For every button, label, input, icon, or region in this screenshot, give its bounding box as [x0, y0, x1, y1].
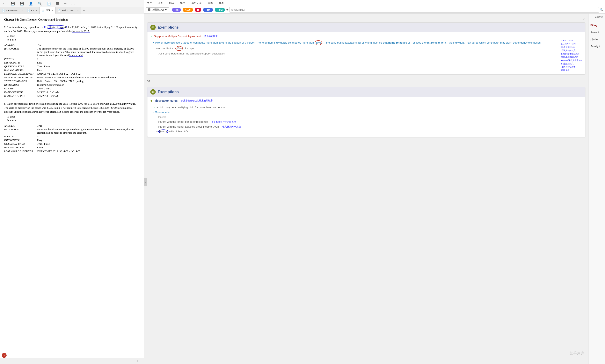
sidebar-items[interactable]: Items &	[590, 30, 603, 34]
menu-draw[interactable]: 绘图	[179, 1, 186, 5]
handwrite-residence: 孩子和并任住的时间长度	[211, 120, 236, 124]
menu-history[interactable]: 历史记录	[190, 1, 203, 5]
handwrite-annotation-1: 多人共同技术	[204, 35, 218, 38]
tab-c3[interactable]: 📄 C3 ✕	[25, 7, 40, 14]
card-badge-2: 03	[150, 89, 156, 94]
q7-diff-label: DIFFICULTY:	[4, 61, 37, 64]
q7-answer-row: ANSWER: True	[4, 43, 140, 47]
q7-kw-value: Bloom's: Comprehension	[37, 83, 64, 87]
q8-not: is not	[60, 106, 66, 109]
tab-close-2[interactable]: ✕	[36, 10, 38, 12]
file-icon[interactable]: 📄	[46, 1, 52, 6]
search-icon[interactable]: 🔍	[37, 1, 43, 6]
zoom-out-icon[interactable]: −	[140, 360, 142, 363]
menu-insert[interactable]: 插入	[168, 1, 175, 5]
user-icon[interactable]: 👤	[28, 1, 34, 6]
card1-main-content: • Two or more taxpayers together contrib…	[150, 39, 557, 72]
q8-series-ee: Series EE	[34, 102, 45, 105]
expand-icon[interactable]: ⤢	[583, 17, 585, 20]
tab-close-1[interactable]: ✕	[21, 10, 23, 12]
support-subtitle: – Multiple Support Agreement	[166, 35, 201, 38]
highlight-entire-year: entire year with	[426, 41, 446, 44]
menu-start[interactable]: 开始	[157, 1, 164, 5]
save-icon[interactable]: 💾	[10, 1, 16, 6]
search-icon-right[interactable]: 🔍	[600, 8, 603, 12]
tab-task4[interactable]: 📄 Task 4 Gros... ✕	[55, 7, 81, 14]
q8-diff-label: DIFFICULTY:	[4, 139, 37, 142]
more-icon[interactable]: …	[71, 1, 76, 6]
save2-icon[interactable]: 💾	[19, 1, 25, 6]
person-circle: Person	[158, 130, 168, 133]
qualifying-child-text: ✓ a child may be a qualifying child for …	[153, 106, 582, 109]
q8-points-row: POINTS: 1	[4, 135, 140, 138]
q7-option-a: a. True	[7, 34, 140, 38]
zoom-in-icon[interactable]: +	[137, 360, 138, 363]
q7-state-row: STATE STANDARDS: United States - AK - AI…	[4, 79, 140, 83]
question-8: 8. Ralph purchased his first Series EE b…	[4, 102, 140, 153]
tab-label-3: *C4	[46, 9, 50, 12]
q7-natl-label: NATIONAL STANDARDS:	[4, 76, 37, 79]
tag-add-button[interactable]: +	[226, 8, 228, 12]
q7-qtype-label: QUESTION TYPE:	[4, 65, 37, 68]
q8-lo-label: LEARNING OBJECTIVES:	[4, 150, 37, 153]
q8-answer-label: ANSWER:	[4, 124, 37, 128]
sidebar-family[interactable]: Family t	[590, 45, 603, 48]
handwrite-right-1: A.B.C→ch.ild. 0三人之合＞50% ◎多人达到10% ①三人签扶认义…	[561, 39, 582, 72]
tab-c4[interactable]: 📄 *C4 ✕	[40, 7, 55, 14]
support-label: Support	[154, 35, 164, 38]
tag-tax[interactable]: Tax	[172, 8, 181, 12]
notebook-dropdown-icon: ▼	[165, 8, 167, 11]
q7-points-row: POINTS: 1	[4, 57, 140, 61]
dash-list-1: – A contributor >10% of support – Joint …	[156, 46, 557, 56]
tag-r[interactable]: R	[195, 8, 201, 12]
q7-answer-value: True	[37, 43, 42, 47]
right-content-area: ⤢ 03 Exemptions ✓ Support – Multiple Sup…	[144, 13, 605, 364]
tab-label-4: Task 4 Gros...	[62, 9, 76, 12]
notebook-selector[interactable]: 📓 上课笔记2 ▼	[145, 7, 169, 12]
menu-file[interactable]: 文件	[146, 1, 153, 5]
tab-close-3[interactable]: ✕	[52, 9, 53, 12]
q7-other-value: Time: 2 min.	[37, 87, 51, 90]
sidebar-refund[interactable]: 州refun	[590, 38, 603, 41]
edit-icon[interactable]: ✏	[63, 1, 67, 6]
list-icon[interactable]: ☰	[55, 1, 60, 6]
q8-hasvar-label: HAS VARIABLES:	[4, 146, 37, 149]
tb-dash-longer: – Parent with the longer period of resid…	[156, 120, 582, 124]
add-page-button[interactable]: +	[595, 16, 597, 19]
tab-close-4[interactable]: ✕	[77, 10, 79, 12]
highlight-10pct: 10%	[175, 46, 183, 51]
q7-rat-ul2: ficate is held.	[69, 54, 83, 57]
q8-qtype-value: True / False	[37, 142, 50, 145]
menu-review[interactable]: 审阅	[207, 1, 214, 5]
right-menubar: 文件 开始 插入 绘图 历史记录 审阅 视图	[144, 0, 605, 6]
q8-points-label: POINTS:	[4, 135, 37, 138]
page-indicator: 5	[2, 353, 7, 358]
question-7-text: 7. A cash basis taxpayer purchased a cer…	[4, 25, 140, 33]
tabs-bar: 📄 South-West... ✕ 📄 C3 ✕ 📄 *C4 ✕ 📄 Task …	[0, 7, 144, 14]
tb-dash-higher-agi: – Parent with the higher adjusted gross …	[156, 125, 582, 129]
back-icon[interactable]: ←	[2, 1, 7, 6]
q7-rationale-value: The difference between the issue price o…	[37, 47, 136, 57]
q8-rat-row: RATIONALE: Series EE bonds are not subje…	[4, 128, 140, 134]
add-page-label[interactable]: 添加页	[597, 16, 603, 19]
menu-view[interactable]: 视图	[218, 1, 225, 5]
handwrite-agi: 收入更高的 一方上	[222, 125, 241, 129]
search-input[interactable]	[229, 7, 599, 13]
bullet-list-1: • Two or more taxpayers together contrib…	[153, 40, 557, 45]
tab-label-1: South-West...	[6, 9, 20, 12]
card1-content-flex: • Two or more taxpayers together contrib…	[150, 39, 582, 72]
card-header-2: 03 Exemptions	[147, 87, 585, 97]
q8-qtype-label: QUESTION TYPE:	[4, 142, 37, 145]
tag-tax2[interactable]: Tax2	[215, 8, 225, 12]
sidebar-items-label: Items &	[590, 31, 599, 34]
q7-dc-row: DATE CREATED: 8/15/2018 10:42 AM	[4, 91, 140, 94]
collapse-panel-button[interactable]: ›	[144, 178, 147, 186]
q7-answers: ANSWER: True RATIONALE: The difference b…	[4, 43, 140, 98]
tab-south-west[interactable]: 📄 South-West... ✕	[0, 7, 25, 14]
right-panel: 文件 开始 插入 绘图 历史记录 审阅 视图 📓 上课笔记2 ▼ Tax 410…	[144, 0, 605, 364]
sidebar-filing[interactable]: Filing	[590, 24, 603, 27]
tag-4100[interactable]: 4100	[183, 8, 193, 12]
q7-rat-ul1: be amortized.	[77, 50, 92, 53]
tag-phy[interactable]: PHY	[203, 8, 213, 12]
tab-add-button[interactable]: +	[81, 7, 87, 14]
